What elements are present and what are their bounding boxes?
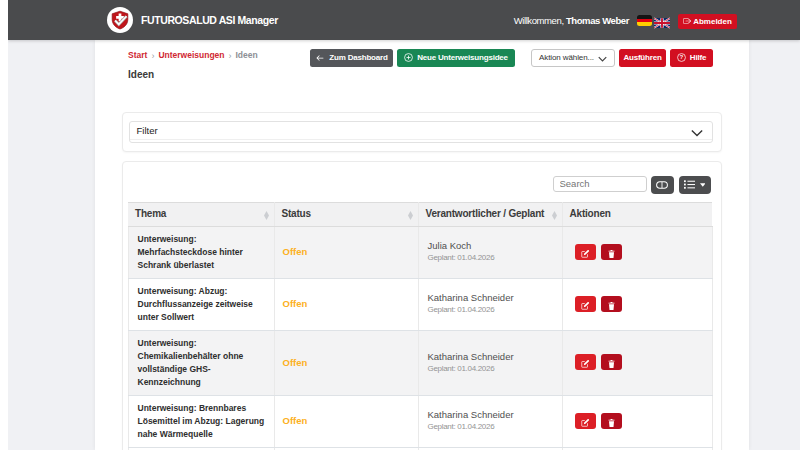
svg-text:?: ? — [680, 55, 684, 61]
